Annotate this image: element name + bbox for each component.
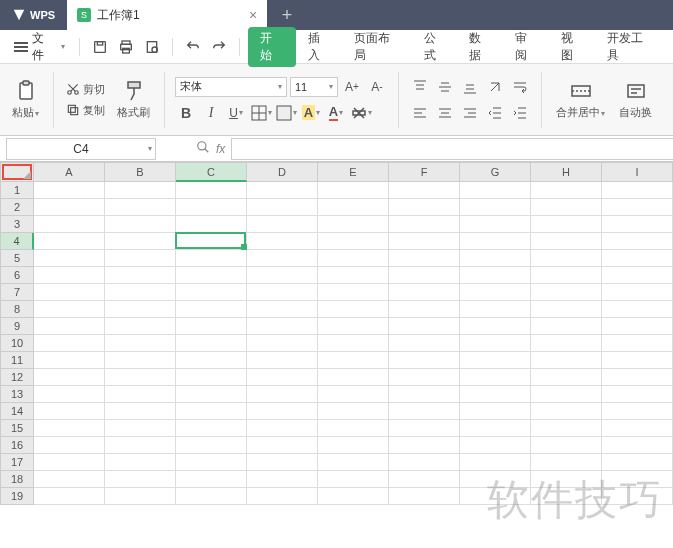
cell[interactable] <box>389 284 460 301</box>
align-middle-icon[interactable] <box>434 76 456 98</box>
cell[interactable] <box>34 420 105 437</box>
cell[interactable] <box>389 301 460 318</box>
cell[interactable] <box>247 386 318 403</box>
cell[interactable] <box>318 386 389 403</box>
cell[interactable] <box>34 369 105 386</box>
cell[interactable] <box>34 437 105 454</box>
cell[interactable] <box>318 318 389 335</box>
row-header[interactable]: 16 <box>0 437 34 454</box>
cell[interactable] <box>176 267 247 284</box>
row-header[interactable]: 17 <box>0 454 34 471</box>
cell[interactable] <box>389 352 460 369</box>
cell[interactable] <box>531 284 602 301</box>
italic-button[interactable]: I <box>200 102 222 124</box>
cell[interactable] <box>176 488 247 505</box>
cell[interactable] <box>247 233 318 250</box>
align-bottom-icon[interactable] <box>459 76 481 98</box>
cell[interactable] <box>34 233 105 250</box>
cell[interactable] <box>602 471 673 488</box>
cell[interactable] <box>531 488 602 505</box>
row-header[interactable]: 14 <box>0 403 34 420</box>
zoom-icon[interactable] <box>196 140 210 157</box>
cell[interactable] <box>389 335 460 352</box>
cell[interactable] <box>389 488 460 505</box>
select-all-corner[interactable] <box>0 162 34 182</box>
cell[interactable] <box>318 471 389 488</box>
cell[interactable] <box>460 488 531 505</box>
cell[interactable] <box>602 199 673 216</box>
cell[interactable] <box>460 267 531 284</box>
cell[interactable] <box>318 199 389 216</box>
cell[interactable] <box>460 437 531 454</box>
row-header[interactable]: 9 <box>0 318 34 335</box>
cell[interactable] <box>176 420 247 437</box>
cell[interactable] <box>34 352 105 369</box>
cell[interactable] <box>105 386 176 403</box>
cell[interactable] <box>176 284 247 301</box>
copy-button[interactable]: 复制 <box>64 102 107 119</box>
cell[interactable] <box>247 182 318 199</box>
cell[interactable] <box>105 233 176 250</box>
cell[interactable] <box>602 335 673 352</box>
cell[interactable] <box>105 369 176 386</box>
cell[interactable] <box>460 216 531 233</box>
cell[interactable] <box>247 369 318 386</box>
cell[interactable] <box>176 403 247 420</box>
tab-page-layout[interactable]: 页面布局 <box>344 26 412 68</box>
row-header[interactable]: 18 <box>0 471 34 488</box>
row-header[interactable]: 4 <box>0 233 34 250</box>
cell[interactable] <box>531 437 602 454</box>
cell[interactable] <box>460 352 531 369</box>
font-size-select[interactable]: 11 ▾ <box>290 77 338 97</box>
fill-color-button[interactable]: A▾ <box>300 102 322 124</box>
cell[interactable] <box>176 335 247 352</box>
cell[interactable] <box>460 199 531 216</box>
cell-style-button[interactable]: ▾ <box>275 102 297 124</box>
row-header[interactable]: 10 <box>0 335 34 352</box>
cell[interactable] <box>105 403 176 420</box>
cell[interactable] <box>34 335 105 352</box>
cell[interactable] <box>105 335 176 352</box>
row-header[interactable]: 13 <box>0 386 34 403</box>
orientation-icon[interactable] <box>484 76 506 98</box>
cell[interactable] <box>602 420 673 437</box>
cell[interactable] <box>602 182 673 199</box>
cell[interactable] <box>602 369 673 386</box>
tab-review[interactable]: 审阅 <box>505 26 549 68</box>
cell[interactable] <box>247 284 318 301</box>
cell[interactable] <box>602 454 673 471</box>
cell[interactable] <box>247 199 318 216</box>
cell[interactable] <box>176 182 247 199</box>
cell[interactable] <box>389 454 460 471</box>
cell[interactable] <box>34 318 105 335</box>
cell[interactable] <box>389 267 460 284</box>
cell[interactable] <box>460 318 531 335</box>
row-header[interactable]: 6 <box>0 267 34 284</box>
cell[interactable] <box>247 335 318 352</box>
cell[interactable] <box>389 216 460 233</box>
align-center-icon[interactable] <box>434 102 456 124</box>
cell[interactable] <box>34 182 105 199</box>
cell[interactable] <box>602 386 673 403</box>
cell[interactable] <box>460 301 531 318</box>
row-header[interactable]: 1 <box>0 182 34 199</box>
cell[interactable] <box>389 250 460 267</box>
row-header[interactable]: 8 <box>0 301 34 318</box>
cell[interactable] <box>531 420 602 437</box>
column-header[interactable]: F <box>389 162 460 182</box>
cell[interactable] <box>176 369 247 386</box>
underline-button[interactable]: U▾ <box>225 102 247 124</box>
decrease-font-icon[interactable]: A- <box>366 76 388 98</box>
cell[interactable] <box>389 471 460 488</box>
cell[interactable] <box>34 284 105 301</box>
cell[interactable] <box>531 199 602 216</box>
cell[interactable] <box>34 403 105 420</box>
cell[interactable] <box>247 216 318 233</box>
cell[interactable] <box>34 454 105 471</box>
column-header[interactable]: E <box>318 162 389 182</box>
cell[interactable] <box>105 301 176 318</box>
cell[interactable] <box>318 454 389 471</box>
cell[interactable] <box>460 335 531 352</box>
cell[interactable] <box>247 454 318 471</box>
cell[interactable] <box>460 420 531 437</box>
